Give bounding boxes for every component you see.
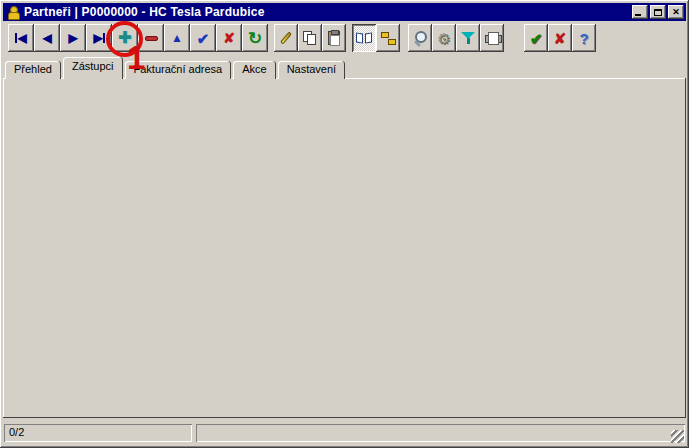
paste-icon <box>328 31 340 45</box>
tab-nastaveni[interactable]: Nastavení <box>278 61 346 79</box>
filter-icon <box>461 31 475 45</box>
check-icon: ✔ <box>197 31 210 46</box>
cancel-record-button[interactable]: ✘ <box>216 24 242 52</box>
app-window: Partneři | P0000000 - HC Tesla Pardubice… <box>0 0 689 448</box>
copy-icon <box>303 31 317 45</box>
last-record-icon: ▶ <box>93 32 104 44</box>
minimize-icon <box>635 14 641 16</box>
post-record-button[interactable]: ✔ <box>190 24 216 52</box>
edit-record-button[interactable]: ▲ <box>164 24 190 52</box>
statusbar: 0/2 <box>3 421 686 445</box>
toolbar-confirm-group: ✔ ✘ ? <box>524 24 596 52</box>
close-button[interactable]: ✕ <box>668 5 684 19</box>
prior-record-icon: ◀ <box>42 32 51 44</box>
tab-content-panel <box>3 78 686 418</box>
minus-icon <box>145 36 158 41</box>
wand-icon <box>280 31 292 44</box>
filter-button[interactable] <box>456 24 480 52</box>
edit-icon: ▲ <box>171 32 183 44</box>
close-icon: ✕ <box>672 7 680 17</box>
toolbar: ◀ ◀ ▶ ▶ ✚ ▲ ✔ ✘ ↻ ⚙ ✔ ✘ ? <box>8 24 596 52</box>
toolbar-clipboard-group <box>274 24 346 52</box>
tab-akce[interactable]: Akce <box>233 61 275 79</box>
book-icon <box>356 32 372 44</box>
refresh-button[interactable]: ↻ <box>242 24 268 52</box>
toolbar-tools-group: ⚙ <box>408 24 504 52</box>
browse-button[interactable] <box>352 24 376 52</box>
question-icon: ? <box>579 31 588 46</box>
tab-zastupci[interactable]: Zástupci <box>63 57 123 79</box>
next-record-button[interactable]: ▶ <box>60 24 86 52</box>
search-icon <box>413 31 427 45</box>
help-button[interactable]: ? <box>572 24 596 52</box>
maximize-button[interactable] <box>650 5 666 19</box>
settings-button[interactable]: ⚙ <box>432 24 456 52</box>
paste-button[interactable] <box>322 24 346 52</box>
first-record-button[interactable]: ◀ <box>8 24 34 52</box>
x-icon: ✘ <box>223 31 235 45</box>
toolbar-view-group <box>352 24 400 52</box>
ok-button[interactable]: ✔ <box>524 24 548 52</box>
printer-icon <box>485 32 500 44</box>
maximize-icon <box>654 9 662 16</box>
print-button[interactable] <box>480 24 504 52</box>
wand-button[interactable] <box>274 24 298 52</box>
window-title: Partneři | P0000000 - HC Tesla Pardubice <box>24 5 630 19</box>
resize-grip[interactable] <box>671 430 684 443</box>
titlebar: Partneři | P0000000 - HC Tesla Pardubice… <box>3 3 686 21</box>
next-record-icon: ▶ <box>68 32 77 44</box>
discard-button[interactable]: ✘ <box>548 24 572 52</box>
red-x-icon: ✘ <box>554 31 567 46</box>
tab-bar: Přehled Zástupci Fakturační adresa Akce … <box>5 57 347 79</box>
refresh-icon: ↻ <box>248 30 262 47</box>
first-record-icon: ◀ <box>15 32 26 44</box>
hierarchy-button[interactable] <box>376 24 400 52</box>
prior-record-button[interactable]: ◀ <box>34 24 60 52</box>
tab-prehled[interactable]: Přehled <box>5 61 61 79</box>
annotation-step-number: 1 <box>127 41 145 74</box>
search-button[interactable] <box>408 24 432 52</box>
app-icon <box>6 5 20 19</box>
locks-icon <box>381 31 396 45</box>
green-check-icon: ✔ <box>530 31 543 46</box>
minimize-button[interactable] <box>632 5 648 19</box>
gear-icon: ⚙ <box>437 31 450 46</box>
record-count-panel: 0/2 <box>4 424 192 442</box>
copy-button[interactable] <box>298 24 322 52</box>
status-message-panel <box>196 424 685 442</box>
